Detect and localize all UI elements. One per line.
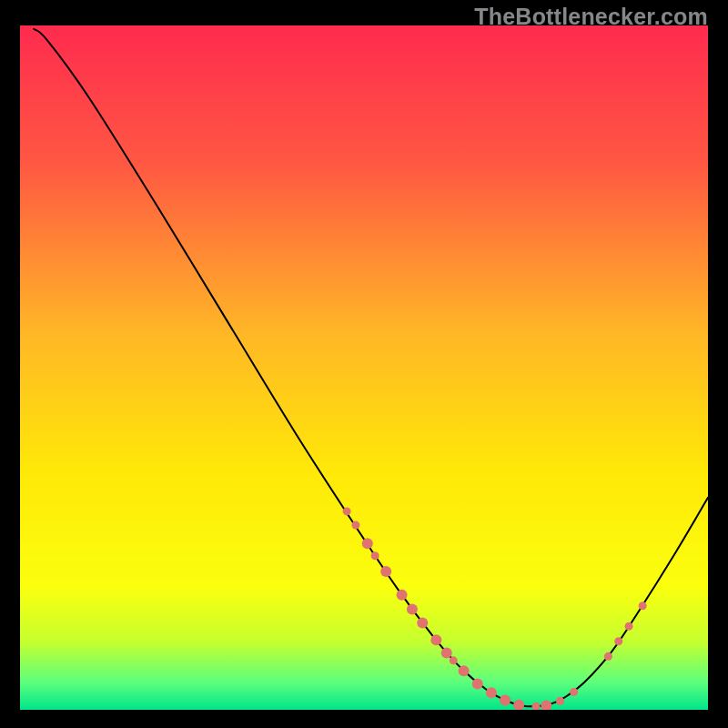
marker-point xyxy=(556,697,564,705)
marker-point xyxy=(397,590,408,601)
marker-point xyxy=(486,687,497,698)
marker-point xyxy=(472,678,483,689)
marker-point xyxy=(450,656,458,664)
marker-point xyxy=(604,652,612,661)
marker-point xyxy=(430,634,441,645)
chart-plot xyxy=(20,25,708,710)
marker-point xyxy=(614,637,622,645)
marker-point xyxy=(639,602,647,610)
marker-point xyxy=(459,665,470,676)
marker-point xyxy=(407,603,418,614)
marker-point xyxy=(441,648,452,659)
marker-point xyxy=(351,521,359,529)
marker-point xyxy=(371,551,379,560)
marker-point xyxy=(343,507,351,515)
marker-point xyxy=(625,622,633,631)
gradient-background xyxy=(20,25,708,710)
marker-point xyxy=(362,538,373,549)
marker-point xyxy=(417,617,428,628)
marker-point xyxy=(380,566,391,577)
marker-point xyxy=(570,688,578,696)
marker-point xyxy=(500,694,511,705)
